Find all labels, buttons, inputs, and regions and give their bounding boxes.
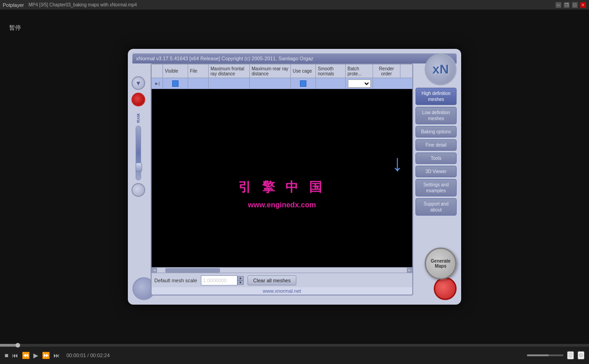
stop-button[interactable]: ■ <box>5 352 8 359</box>
record-button[interactable] <box>131 93 145 106</box>
volume-slider[interactable] <box>527 354 563 356</box>
restore-button[interactable]: ❐ <box>563 2 570 8</box>
spinner-up-btn[interactable]: ▲ <box>237 276 244 280</box>
th-maxfront: Maximum frontal ray distance <box>209 64 250 78</box>
total-time: 00:02:24 <box>90 353 110 358</box>
blue-arrow-icon: ↓ <box>392 152 403 174</box>
close-button[interactable]: ✕ <box>580 2 586 8</box>
clear-all-meshes-button[interactable]: Clear all meshes <box>247 275 297 285</box>
main-panel: Visible File Maximum frontal ray distanc… <box>151 63 413 295</box>
visible-checkbox[interactable] <box>172 80 179 87</box>
td-visible[interactable] <box>163 78 188 89</box>
sidebar-btn-3d-viewer[interactable]: 3D Viewer <box>415 166 457 177</box>
left-arrow-btn[interactable]: ▼ <box>131 76 145 90</box>
xn-title: xNormal v3.17.5.41643 [x64 Release] Copy… <box>136 56 313 61</box>
th-maxrear: Maximum rear ray distance <box>250 64 291 78</box>
minimize-button[interactable]: ─ <box>555 2 562 8</box>
mesh-scale-input[interactable]: 1.0000000 <box>201 275 237 285</box>
generate-maps-line2: Maps <box>435 264 447 269</box>
right-sidebar: High definition meshes Low definition me… <box>415 88 457 216</box>
xnormal-website: www.xnormal.net <box>152 287 412 295</box>
batch-dropdown[interactable] <box>348 79 371 88</box>
watermark-url: www.enginedx.com <box>248 201 316 209</box>
ram-slider-track[interactable] <box>136 126 141 180</box>
generate-maps-button[interactable]: Generate Maps <box>425 248 457 280</box>
table-row: ►| <box>152 78 412 89</box>
xn-titlebar: xNormal v3.17.5.41643 [x64 Release] Copy… <box>132 53 457 63</box>
black-view: 引 擎 中 国 www.enginedx.com ↓ <box>152 89 412 267</box>
td-maxrear <box>250 78 291 89</box>
scroll-thumb[interactable] <box>165 268 220 273</box>
sidebar-btn-high-def[interactable]: High definition meshes <box>415 88 457 105</box>
current-time: 00:00:01 <box>66 353 86 358</box>
ram-label: RAM <box>136 109 141 123</box>
usecage-checkbox[interactable] <box>300 80 306 87</box>
th-smooth: Smooth normals <box>316 64 346 78</box>
file-info: MP4 [3/5] Chapter03_baking maps with xNo… <box>28 2 137 7</box>
td-batch <box>346 78 373 89</box>
sidebar-btn-low-def[interactable]: Low definition meshes <box>415 107 457 124</box>
scroll-left-btn[interactable]: ◄ <box>152 268 157 273</box>
table-header: Visible File Maximum frontal ray distanc… <box>152 64 412 78</box>
left-bottom-btn[interactable] <box>131 183 145 197</box>
td-col0: ►| <box>152 78 163 89</box>
sidebar-btn-baking[interactable]: Baking options <box>415 126 457 137</box>
progress-bar[interactable] <box>0 344 589 347</box>
play-button[interactable]: ▶ <box>33 352 38 359</box>
sidebar-btn-fine-detail[interactable]: Fine detail <box>415 139 457 151</box>
left-decorations: ▼ RAM <box>131 76 145 197</box>
spinner-down-btn[interactable]: ▼ <box>237 280 244 285</box>
sidebar-btn-settings[interactable]: Settings and examples <box>415 179 457 196</box>
playlist-button[interactable]: ☰ <box>567 351 574 359</box>
title-bar: Potplayer MP4 [3/5] Chapter03_baking map… <box>0 0 589 10</box>
sidebar-btn-support[interactable]: Support and about <box>415 198 457 216</box>
watermark-chinese: 引 擎 中 国 <box>238 179 326 196</box>
title-bar-left: Potplayer MP4 [3/5] Chapter03_baking map… <box>3 2 137 8</box>
main-content: 暂停 xN xNormal v3.17.5.41643 [x64 Release… <box>0 10 589 343</box>
pause-label: 暂停 <box>9 24 21 32</box>
time-display: 00:00:01 / 00:02:24 <box>66 353 110 358</box>
xn-logo: xN <box>425 53 457 85</box>
mesh-scale-label: Default mesh scale <box>154 278 197 283</box>
app-name[interactable]: Potplayer <box>3 2 24 8</box>
next-button[interactable]: ⏭ <box>53 352 60 359</box>
th-usecage: Use cage <box>291 64 316 78</box>
td-maxfront <box>209 78 250 89</box>
panel-bottom: Default mesh scale 1.0000000 ▲ ▼ Clear a… <box>152 273 412 287</box>
mesh-scale-spinner[interactable]: ▲ ▼ <box>237 276 244 285</box>
th-visible: Visible <box>163 64 188 78</box>
th-batch: Batch prote... <box>346 64 373 78</box>
maximize-button[interactable]: □ <box>572 2 578 8</box>
fast-forward-button[interactable]: ⏩ <box>42 352 50 359</box>
player-bar: ■ ⏮ ⏪ ▶ ⏩ ⏭ 00:00:01 / 00:02:24 ☰ ⚙ <box>0 343 589 364</box>
th-col0 <box>152 64 163 78</box>
volume-fill <box>527 354 549 356</box>
title-bar-right: ─ ❐ □ ✕ <box>555 2 586 8</box>
xnormal-window: xN xNormal v3.17.5.41643 [x64 Release] C… <box>128 49 461 305</box>
th-renderorder: Render order <box>373 64 400 78</box>
ram-slider-thumb[interactable] <box>136 163 142 172</box>
th-file: File <box>188 64 209 78</box>
sidebar-btn-tools[interactable]: Tools <box>415 153 457 164</box>
prev-button[interactable]: ⏮ <box>12 352 18 359</box>
generate-maps-line1: Generate <box>431 258 450 264</box>
td-smooth <box>316 78 346 89</box>
td-usecage[interactable] <box>291 78 316 89</box>
bottom-right-red-circle[interactable] <box>434 277 457 300</box>
td-file <box>188 78 209 89</box>
settings-button[interactable]: ⚙ <box>578 351 584 359</box>
scroll-right-btn[interactable]: ► <box>407 268 412 273</box>
progress-thumb[interactable] <box>16 343 20 348</box>
rewind-button[interactable]: ⏪ <box>22 352 30 359</box>
player-controls: ■ ⏮ ⏪ ▶ ⏩ ⏭ 00:00:01 / 00:02:24 ☰ ⚙ <box>0 347 589 364</box>
horizontal-scrollbar[interactable]: ◄ ► <box>152 267 412 273</box>
